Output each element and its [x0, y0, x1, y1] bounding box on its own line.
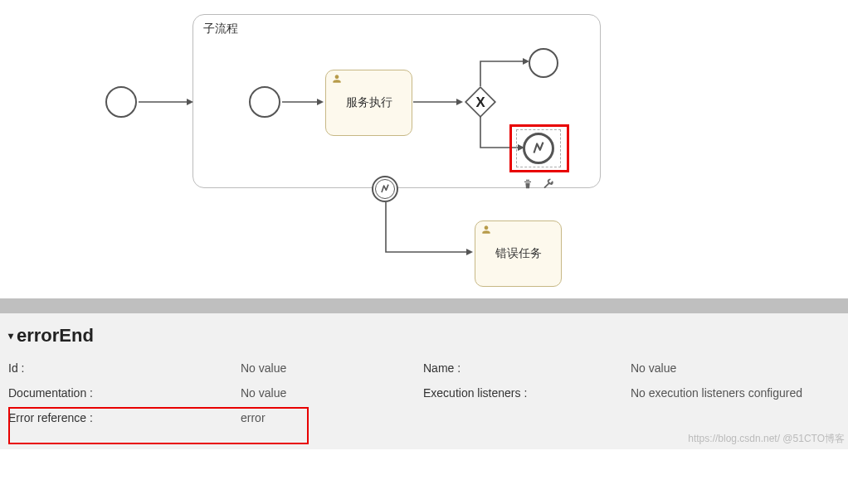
watermark: https://blog.csdn.net/ @51CTO博客: [688, 432, 845, 446]
prop-exec-label: Execution listeners :: [423, 386, 631, 400]
user-icon: [331, 73, 343, 85]
prop-exec-value[interactable]: No execution listeners configured: [631, 386, 846, 400]
subprocess-label: 子流程: [203, 22, 238, 36]
prop-id-label: Id :: [8, 361, 241, 375]
boundary-error-event[interactable]: [372, 176, 398, 202]
properties-title-row[interactable]: ▾ errorEnd: [8, 325, 840, 346]
highlight-error-reference: [8, 407, 309, 444]
user-task-error[interactable]: 错误任务: [475, 220, 562, 287]
prop-id-value[interactable]: No value: [241, 361, 423, 375]
task-label: 错误任务: [495, 246, 542, 261]
flow-arrow: [413, 99, 463, 108]
end-event[interactable]: [529, 48, 558, 78]
prop-name-label: Name :: [423, 361, 631, 375]
prop-doc-value[interactable]: No value: [241, 386, 423, 400]
flow-arrow: [139, 99, 193, 108]
error-icon: [529, 139, 548, 158]
wrench-icon[interactable]: [541, 177, 554, 191]
prop-doc-label: Documentation :: [8, 386, 241, 400]
task-label: 服务执行: [346, 95, 392, 110]
chevron-down-icon: ▾: [8, 330, 13, 342]
delete-icon[interactable]: [521, 177, 534, 191]
user-task-service[interactable]: 服务执行: [325, 70, 412, 136]
flow-arrow: [478, 50, 531, 91]
error-icon: [378, 182, 392, 196]
user-icon: [480, 224, 492, 235]
prop-name-value[interactable]: No value: [631, 361, 846, 375]
bpmn-canvas[interactable]: 子流程 服务执行 X: [0, 0, 848, 298]
flow-arrow: [383, 202, 475, 259]
properties-panel: ▾ errorEnd Id : No value Name : No value…: [0, 313, 848, 449]
svg-marker-5: [456, 99, 463, 105]
panel-divider[interactable]: [0, 298, 848, 313]
svg-marker-10: [466, 249, 473, 255]
svg-marker-3: [317, 99, 324, 105]
start-event-inner[interactable]: [249, 86, 280, 118]
svg-text:X: X: [475, 94, 485, 110]
flow-arrow: [282, 99, 324, 108]
start-event-outer[interactable]: [105, 86, 137, 118]
section-title: errorEnd: [17, 325, 94, 346]
svg-marker-1: [187, 99, 193, 105]
error-end-event[interactable]: [523, 133, 554, 164]
